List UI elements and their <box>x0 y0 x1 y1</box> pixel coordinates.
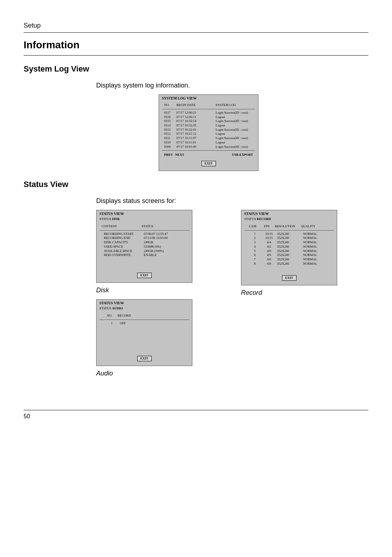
cell-content: HDD OVERWRITE <box>104 253 144 257</box>
cell-cam: 1 <box>249 232 261 236</box>
cell-quality: NORMAL <box>303 257 330 262</box>
exit-button[interactable]: EXIT <box>282 275 297 281</box>
next-button[interactable]: NEXT <box>175 153 184 156</box>
cell-resolution: 352X240 <box>277 253 303 257</box>
cell-no: 0311 <box>164 136 176 141</box>
cell-no: 0313 <box>164 128 176 132</box>
col-no: NO. <box>164 103 176 107</box>
table-row: 210/15352X240NORMAL <box>246 236 332 240</box>
exit-button[interactable]: EXIT <box>201 161 216 166</box>
divider <box>24 55 368 56</box>
page-header: Setup <box>24 22 368 29</box>
status-audio-panel: STATUS VIEW STATUS AUDIO NO. RECORD 1OFF… <box>96 299 192 366</box>
heading-status-view: Status View <box>24 180 368 189</box>
cell-date: 07/17 10:22:41 <box>176 128 216 132</box>
log-row: 031507/17 10:33:14Login Success(ID : roo… <box>162 119 255 123</box>
log-row: 031107/17 10:11:07Login Success(ID : roo… <box>162 136 255 141</box>
heading-information: Information <box>24 39 368 51</box>
panel-title: STATUS VIEW <box>241 210 337 217</box>
cell-status: 249GB <box>144 240 185 245</box>
cell-no: 0314 <box>164 123 176 128</box>
table-row: USED SPACE533MB (0%) <box>102 245 187 249</box>
cell-date: 07/17 10:32:45 <box>176 123 216 128</box>
usb-export-button[interactable]: USB-EXPORT <box>232 153 253 156</box>
cell-cam: 7 <box>249 257 261 262</box>
cell-resolution: 352X240 <box>277 240 303 245</box>
status-disk-panel: STATUS VIEW STATUS DISK CONTENT STATUS R… <box>96 210 192 283</box>
exit-button[interactable]: EXIT <box>137 273 152 278</box>
cell-content: AVAILABLE SPACE <box>104 249 144 253</box>
page-number: 50 <box>24 413 368 420</box>
cell-quality: NORMAL <box>303 245 330 249</box>
cell-date: 07/17 10:21:12 <box>176 132 216 136</box>
cell-fps: 4/0 <box>261 262 277 266</box>
cell-fps: 10/15 <box>261 236 277 240</box>
cell-date: 07/17 12:00:21 <box>176 111 216 115</box>
cell-msg: Login Success(ID : root) <box>216 136 253 141</box>
cell-content: USED SPACE <box>104 245 144 249</box>
log-row: 031407/17 10:32:45Logout <box>162 123 255 128</box>
cell-date: 07/17 12:00:11 <box>176 115 216 119</box>
cell-msg: Login Success(ID : root) <box>216 111 253 115</box>
caption-record: Record <box>241 289 368 297</box>
col-cam: CAM <box>246 224 259 228</box>
log-row: 031207/17 10:21:12Logout <box>162 132 255 136</box>
cell-no: 0315 <box>164 119 176 123</box>
cell-cam: 2 <box>249 236 261 240</box>
cell-cam: 5 <box>249 249 261 253</box>
cell-cam: 6 <box>249 253 261 257</box>
cell-fps: 4/0 <box>261 257 277 262</box>
cell-record: OFF <box>120 321 185 326</box>
sub-label: STATUS <box>99 306 111 310</box>
cell-msg: Logout <box>216 115 253 119</box>
col-status: STATUS <box>142 224 187 228</box>
cell-date: 07/17 10:11:07 <box>176 136 216 141</box>
cell-resolution: 352X240 <box>277 232 303 236</box>
exit-button[interactable]: EXIT <box>137 356 152 361</box>
cell-quality: NORMAL <box>303 249 330 253</box>
table-row: HDD OVERWRITEENABLE <box>102 253 187 257</box>
table-row: 74/0352X240NORMAL <box>246 257 332 262</box>
col-resolution: RESOLUTION <box>275 224 301 228</box>
cell-content: RECORDING END <box>104 236 144 240</box>
table-row: AVAILABLE SPACE249GB (100%) <box>102 249 187 253</box>
log-row: 031307/17 10:22:41Login Success(ID : roo… <box>162 128 255 132</box>
log-row: 030907/17 10:01:00Login Success(ID : roo… <box>162 145 255 149</box>
sub-value: RECORD <box>257 217 271 221</box>
cell-resolution: 352X240 <box>277 257 303 262</box>
cell-msg: Logout <box>216 123 253 128</box>
col-no: NO. <box>102 314 118 317</box>
table-row: DISK CAPACITY249GB <box>102 240 187 245</box>
sub-value: DISK <box>112 217 120 221</box>
cell-resolution: 352X240 <box>277 262 303 266</box>
cell-msg: Login Success(ID : root) <box>216 128 253 132</box>
cell-quality: NORMAL <box>303 240 330 245</box>
system-log-panel: SYSTEM LOG VIEW NO. BEGIN DATE SYSTEM LO… <box>159 94 258 171</box>
divider <box>24 410 368 410</box>
cell-cam: 4 <box>249 245 261 249</box>
table-row: 110/15352X240NORMAL <box>246 232 332 236</box>
log-row: 031007/17 10:11:01Logout <box>162 141 255 145</box>
panel-title: STATUS VIEW <box>97 300 192 306</box>
cell-fps: 10/15 <box>261 232 277 236</box>
log-row: 031607/17 12:00:11Logout <box>162 115 255 119</box>
table-row: RECORDING START07/06/07 12:55:47 <box>102 232 187 236</box>
log-row: 031707/17 12:00:21Login Success(ID : roo… <box>162 111 255 115</box>
col-msg: SYSTEM LOG <box>216 103 253 107</box>
table-row: RECORDING END07/11/06 13:05:00 <box>102 236 187 240</box>
table-row: 34/4352X240NORMAL <box>246 240 332 245</box>
cell-content: RECORDING START <box>104 232 144 236</box>
status-description: Displays status screens for: <box>96 197 368 205</box>
cell-fps: 4/4 <box>261 240 277 245</box>
cell-no: 0310 <box>164 141 176 145</box>
table-row: 84/0352X240NORMAL <box>246 262 332 266</box>
cell-msg: Login Success(ID : root) <box>216 119 253 123</box>
cell-msg: Login Success(ID : root) <box>216 145 253 149</box>
col-date: BEGIN DATE <box>176 103 216 107</box>
sub-value: AUDIO <box>112 306 123 310</box>
prev-button[interactable]: PREV <box>164 153 173 156</box>
col-record: RECORD <box>118 314 187 317</box>
col-quality: QUALITY <box>301 224 332 228</box>
panel-title: SYSTEM LOG VIEW <box>159 95 258 102</box>
cell-cam: 8 <box>249 262 261 266</box>
